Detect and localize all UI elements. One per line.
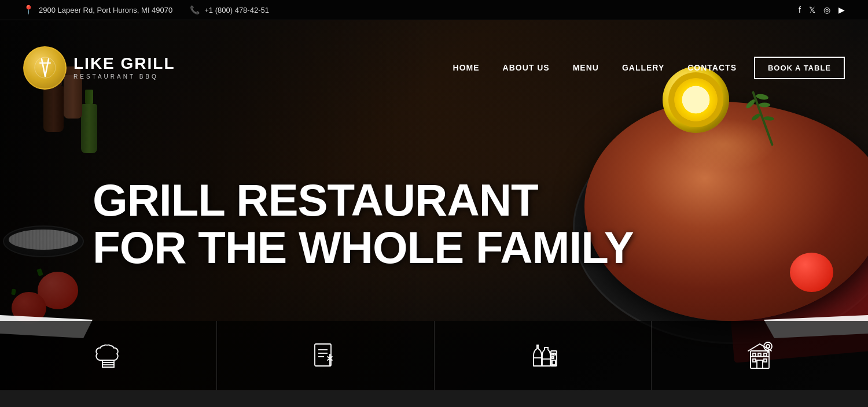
address-item: 📍 2900 Lapeer Rd, Port Hurons, MI 49070 xyxy=(23,5,172,15)
svg-rect-20 xyxy=(552,357,554,358)
navbar: LIKE GRILL RESTAURANT BBQ HOME ABOUT US … xyxy=(0,45,868,91)
phone-icon: 📞 xyxy=(190,5,200,14)
address-text: 2900 Lapeer Rd, Port Hurons, MI 49070 xyxy=(39,6,172,14)
youtube-icon[interactable]: ▶ xyxy=(838,5,845,14)
svg-rect-25 xyxy=(758,353,761,356)
svg-rect-19 xyxy=(554,353,556,355)
location-building-icon xyxy=(742,338,777,373)
svg-line-1 xyxy=(45,59,49,76)
svg-rect-27 xyxy=(753,359,756,362)
herbs-decoration xyxy=(762,90,764,147)
svg-line-0 xyxy=(42,59,45,76)
bar-bottles-icon xyxy=(525,338,560,373)
location-icon: 📍 xyxy=(23,5,34,15)
social-icons: f 𝕏 ◎ ▶ xyxy=(799,5,845,14)
svg-rect-28 xyxy=(764,359,767,362)
bottom-icon-chef xyxy=(0,321,217,390)
logo-text: LIKE GRILL RESTAURANT BBQ xyxy=(73,56,175,80)
facebook-icon[interactable]: f xyxy=(799,5,801,14)
nav-gallery[interactable]: GALLERY xyxy=(622,63,664,72)
nav-menu[interactable]: MENU xyxy=(573,63,599,72)
bottom-icon-bar xyxy=(435,321,652,390)
svg-rect-24 xyxy=(753,353,756,356)
bottom-icon-menu xyxy=(217,321,434,390)
menu-book-icon xyxy=(308,338,343,373)
svg-rect-29 xyxy=(757,360,763,368)
logo-name: LIKE GRILL xyxy=(73,56,175,72)
top-bar: 📍 2900 Lapeer Rd, Port Hurons, MI 49070 … xyxy=(0,0,868,20)
svg-rect-26 xyxy=(764,353,767,356)
logo-icon xyxy=(34,56,57,79)
bottom-icons-bar xyxy=(0,321,868,390)
hero-section: LIKE GRILL RESTAURANT BBQ HOME ABOUT US … xyxy=(0,20,868,390)
book-table-button[interactable]: BOOK A TABLE xyxy=(754,57,845,79)
top-bar-left: 📍 2900 Lapeer Rd, Port Hurons, MI 49070 … xyxy=(23,5,269,15)
phone-text: +1 (800) 478-42-51 xyxy=(204,6,269,14)
instagram-icon[interactable]: ◎ xyxy=(823,5,830,14)
nav-links: HOME ABOUT US MENU GALLERY CONTACTS xyxy=(453,63,737,72)
nav-contacts[interactable]: CONTACTS xyxy=(687,63,737,72)
hero-text-block: GRILL RESTAURANT FOR THE WHOLE FAMILY xyxy=(93,177,634,272)
nav-home[interactable]: HOME xyxy=(453,63,480,72)
svg-rect-6 xyxy=(315,344,331,366)
logo-area: LIKE GRILL RESTAURANT BBQ xyxy=(23,46,175,90)
phone-item: 📞 +1 (800) 478-42-51 xyxy=(190,5,269,14)
twitter-icon[interactable]: 𝕏 xyxy=(809,5,815,14)
logo-subtitle: RESTAURANT BBQ xyxy=(73,73,175,80)
nav-about[interactable]: ABOUT US xyxy=(503,63,550,72)
svg-rect-21 xyxy=(552,360,556,365)
logo-circle xyxy=(23,46,67,90)
bottom-icon-location xyxy=(652,321,868,390)
hero-title-line2: FOR THE WHOLE FAMILY xyxy=(93,224,634,272)
chef-hat-icon xyxy=(91,338,126,373)
hero-title-line1: GRILL RESTAURANT xyxy=(93,177,634,224)
